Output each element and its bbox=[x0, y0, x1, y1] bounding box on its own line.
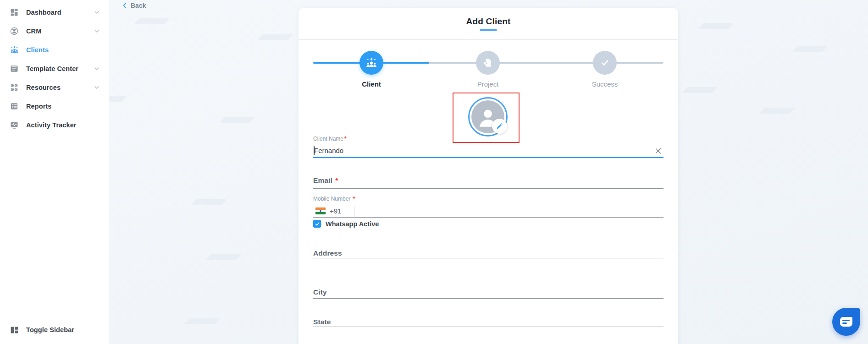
address-field[interactable] bbox=[313, 242, 663, 262]
back-label: Back bbox=[131, 2, 146, 9]
crm-icon bbox=[9, 26, 19, 36]
background-watermark bbox=[134, 18, 170, 24]
email-field[interactable] bbox=[313, 173, 663, 193]
page-title: Add Client bbox=[466, 16, 511, 27]
project-step-icon bbox=[482, 57, 494, 69]
client-name-input[interactable] bbox=[313, 143, 643, 157]
toggle-sidebar-button[interactable]: Toggle Sidebar bbox=[0, 320, 109, 339]
template-center-icon bbox=[9, 64, 19, 74]
check-icon bbox=[599, 57, 611, 69]
sidebar-item-label: Clients bbox=[26, 46, 100, 54]
chevron-down-icon bbox=[93, 9, 100, 16]
chevron-down-icon bbox=[93, 27, 100, 35]
main-content: Back Add Client Client Project Success bbox=[109, 0, 868, 344]
sidebar-item-label: Reports bbox=[26, 103, 100, 110]
sidebar-item-crm[interactable]: CRM bbox=[0, 22, 109, 40]
step-label-client: Client bbox=[339, 80, 404, 88]
pencil-icon bbox=[496, 123, 503, 130]
required-asterisk: * bbox=[344, 136, 347, 142]
state-field[interactable] bbox=[313, 311, 663, 331]
city-underline bbox=[313, 298, 663, 299]
whatsapp-checkbox[interactable] bbox=[313, 220, 321, 228]
mobile-underline bbox=[313, 217, 663, 218]
chat-widget-button[interactable] bbox=[832, 308, 860, 336]
sidebar-item-reports[interactable]: Reports bbox=[0, 97, 109, 115]
chevron-left-icon bbox=[121, 2, 128, 9]
step-success-circle[interactable] bbox=[593, 51, 617, 75]
address-underline bbox=[313, 258, 663, 258]
required-asterisk: * bbox=[353, 196, 355, 202]
sidebar-item-template-center[interactable]: Template Center bbox=[0, 59, 109, 78]
card-header: Add Client bbox=[299, 8, 678, 40]
clients-step-icon bbox=[365, 56, 378, 69]
email-underline bbox=[313, 188, 663, 189]
activity-tracker-icon bbox=[9, 120, 19, 130]
chevron-down-icon bbox=[93, 65, 100, 72]
add-client-card: Add Client Client Project Success bbox=[299, 8, 678, 344]
mobile-number-label: Mobile Number * bbox=[313, 196, 355, 202]
city-field[interactable] bbox=[313, 283, 663, 303]
sidebar-item-label: CRM bbox=[26, 27, 93, 35]
india-flag-icon[interactable] bbox=[315, 207, 326, 214]
title-underline bbox=[480, 29, 497, 31]
chevron-down-icon bbox=[93, 84, 100, 91]
client-name-label: Client Name* bbox=[313, 136, 347, 142]
sidebar-item-label: Activity Tracker bbox=[26, 121, 100, 129]
avatar-edit-button[interactable] bbox=[492, 119, 507, 134]
check-icon bbox=[315, 221, 320, 227]
sidebar-item-dashboard[interactable]: Dashboard bbox=[0, 3, 109, 22]
sidebar-item-label: Resources bbox=[26, 84, 93, 91]
step-label-success: Success bbox=[573, 80, 637, 88]
step-client-circle[interactable] bbox=[359, 51, 383, 75]
whatsapp-active-row: Whatsapp Active bbox=[313, 220, 379, 228]
state-underline bbox=[313, 327, 663, 327]
back-button[interactable]: Back bbox=[121, 0, 146, 11]
resources-icon bbox=[9, 82, 19, 93]
clients-icon bbox=[9, 45, 19, 55]
sidebar-item-label: Template Center bbox=[26, 65, 93, 72]
client-name-field bbox=[313, 143, 663, 158]
whatsapp-label: Whatsapp Active bbox=[326, 220, 379, 228]
mobile-number-field: +91 bbox=[313, 205, 663, 217]
step-label-project: Project bbox=[456, 80, 520, 88]
toggle-sidebar-label: Toggle Sidebar bbox=[26, 326, 100, 333]
clear-input-button[interactable] bbox=[653, 146, 663, 155]
step-project-circle[interactable] bbox=[476, 51, 500, 75]
sidebar-item-label: Dashboard bbox=[26, 9, 93, 16]
chat-bubble-icon bbox=[840, 317, 852, 327]
toggle-sidebar-icon bbox=[9, 325, 19, 335]
sidebar: Dashboard CRM Clients Template Center bbox=[0, 0, 109, 344]
country-code[interactable]: +91 bbox=[330, 207, 341, 215]
mobile-number-input[interactable] bbox=[354, 205, 663, 217]
dashboard-icon bbox=[9, 7, 19, 17]
reports-icon bbox=[9, 101, 19, 111]
sidebar-item-activity-tracker[interactable]: Activity Tracker bbox=[0, 115, 109, 134]
sidebar-item-resources[interactable]: Resources bbox=[0, 78, 109, 97]
sidebar-item-clients[interactable]: Clients bbox=[0, 40, 109, 59]
text-cursor bbox=[314, 146, 315, 155]
close-icon bbox=[654, 147, 662, 155]
